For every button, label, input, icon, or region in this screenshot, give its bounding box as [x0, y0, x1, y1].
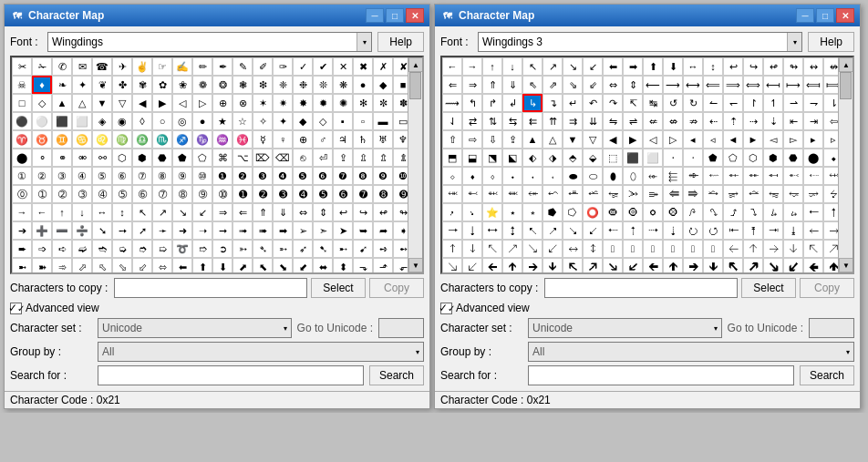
font-selector[interactable]: Wingdings 3 ▾: [478, 32, 802, 52]
char-cell[interactable]: ⭀: [563, 185, 583, 203]
char-cell[interactable]: ♄: [353, 130, 373, 149]
scroll-thumb[interactable]: [840, 72, 852, 99]
char-cell[interactable]: ⭋: [783, 185, 803, 203]
char-cell[interactable]: ●: [192, 112, 212, 130]
char-cell[interactable]: ⬠: [192, 149, 212, 167]
char-cell[interactable]: ⚪: [32, 112, 52, 130]
char-cell[interactable]: ⬣: [152, 149, 172, 167]
char-cell[interactable]: ⬛: [623, 149, 643, 167]
char-cell[interactable]: ◂: [683, 130, 703, 149]
char-cell[interactable]: ↙: [583, 57, 603, 76]
char-cell[interactable]: ❉: [293, 76, 313, 94]
char-cell[interactable]: ❷: [232, 167, 253, 185]
char-cell[interactable]: ✔: [313, 57, 333, 76]
char-cell[interactable]: ✤: [112, 76, 132, 94]
scroll-track[interactable]: [839, 72, 852, 258]
scroll-up-button[interactable]: ▲: [408, 57, 423, 72]
char-cell[interactable]: ⭮: [683, 221, 703, 240]
char-cell[interactable]: ⬙: [583, 149, 603, 167]
char-cell[interactable]: ◀: [603, 130, 623, 149]
char-cell[interactable]: ⭩: [583, 221, 603, 240]
char-cell[interactable]: ⇐: [232, 203, 253, 221]
char-cell[interactable]: ↓: [502, 57, 522, 76]
char-cell[interactable]: ♈: [12, 130, 32, 149]
char-cell[interactable]: □: [12, 94, 32, 112]
char-cell[interactable]: ⭛: [703, 203, 723, 221]
char-cell[interactable]: ◄: [723, 130, 743, 149]
char-cell[interactable]: ⟿: [442, 94, 462, 112]
char-cell[interactable]: ⇊: [583, 112, 603, 130]
char-cell[interactable]: ▶: [623, 130, 643, 149]
char-cell[interactable]: ⬢: [763, 149, 783, 167]
char-cell[interactable]: ⌥: [232, 149, 253, 167]
char-cell[interactable]: ⬷: [783, 167, 803, 185]
char-cell[interactable]: ⭞: [763, 203, 783, 221]
char-cell[interactable]: ❻: [313, 167, 333, 185]
char-cell[interactable]: ⊕: [212, 94, 232, 112]
char-cell[interactable]: ➉: [212, 185, 232, 203]
char-cell[interactable]: ⑩: [192, 167, 212, 185]
char-cell[interactable]: ⓪: [12, 185, 32, 203]
char-cell[interactable]: ❃: [232, 76, 253, 94]
char-cell[interactable]: ⇙: [583, 76, 603, 94]
char-cell[interactable]: ➳: [232, 240, 253, 258]
char-cell[interactable]: ❀: [172, 76, 192, 94]
copy-button[interactable]: Copy: [369, 278, 424, 298]
char-cell[interactable]: ⬁: [92, 258, 112, 272]
char-cell[interactable]: ⬅: [172, 258, 192, 272]
close-button[interactable]: ✕: [836, 8, 854, 23]
char-cell[interactable]: ➝: [192, 221, 212, 240]
char-cell[interactable]: ⭲: [763, 221, 783, 240]
char-cell[interactable]: 🡤: [803, 240, 823, 258]
char-cell[interactable]: ⬧: [462, 167, 482, 185]
char-cell[interactable]: ⬾: [522, 185, 542, 203]
char-cell[interactable]: ⟾: [823, 76, 838, 94]
char-cell[interactable]: ⇑: [482, 76, 502, 94]
advanced-view-checkbox[interactable]: ✓: [440, 303, 452, 314]
char-cell[interactable]: ⭅: [663, 185, 683, 203]
char-cell[interactable]: ↷: [603, 94, 623, 112]
char-cell[interactable]: ⇎: [663, 112, 683, 130]
char-cell[interactable]: ✆: [52, 57, 72, 76]
char-cell[interactable]: ⬡: [743, 149, 763, 167]
char-cell[interactable]: ➨: [12, 240, 32, 258]
char-cell[interactable]: 🡒: [823, 221, 838, 240]
scroll-thumb[interactable]: [409, 72, 421, 99]
char-cell[interactable]: ♓: [232, 130, 253, 149]
char-cell[interactable]: ⇓: [502, 76, 522, 94]
char-cell[interactable]: 🡡: [743, 240, 763, 258]
char-cell[interactable]: ⬤: [12, 149, 32, 167]
search-input[interactable]: [98, 365, 364, 385]
char-cell[interactable]: 🡘: [563, 240, 583, 258]
char-cell[interactable]: 🡪: [522, 258, 542, 272]
char-cell[interactable]: ⬨: [482, 167, 502, 185]
char-cell[interactable]: ✗: [373, 57, 393, 76]
char-cell[interactable]: ↕: [703, 57, 723, 76]
char-cell[interactable]: ⭫: [623, 221, 643, 240]
char-cell[interactable]: ◊: [132, 112, 152, 130]
char-cell[interactable]: ✈: [112, 57, 132, 76]
char-cell[interactable]: ↻: [683, 94, 703, 112]
char-cell[interactable]: ⬕: [502, 149, 522, 167]
select-button[interactable]: Select: [311, 278, 366, 298]
char-cell[interactable]: ⇡: [723, 112, 743, 130]
char-cell[interactable]: ⇩: [482, 130, 502, 149]
char-cell[interactable]: ✾: [132, 76, 152, 94]
char-cell[interactable]: ⬏: [373, 258, 393, 272]
char-cell[interactable]: ➻: [393, 240, 408, 258]
char-cell[interactable]: ◅: [763, 130, 783, 149]
char-cell[interactable]: ←: [442, 57, 462, 76]
char-cell[interactable]: ➜: [172, 221, 192, 240]
char-cell[interactable]: ⬅: [603, 57, 623, 76]
char-cell[interactable]: ⟷: [683, 76, 703, 94]
char-cell[interactable]: 🡚: [603, 240, 623, 258]
char-cell[interactable]: 🡟: [703, 240, 723, 258]
char-cell[interactable]: ✿: [152, 76, 172, 94]
char-cell[interactable]: ➙: [112, 221, 132, 240]
char-cell[interactable]: ❶: [212, 167, 232, 185]
char-cell[interactable]: 🡰: [643, 258, 663, 272]
char-cell[interactable]: ⇀: [783, 94, 803, 112]
char-cell[interactable]: ⬋: [293, 258, 313, 272]
char-cell[interactable]: ⇐: [442, 76, 462, 94]
char-cell[interactable]: ♊: [52, 130, 72, 149]
